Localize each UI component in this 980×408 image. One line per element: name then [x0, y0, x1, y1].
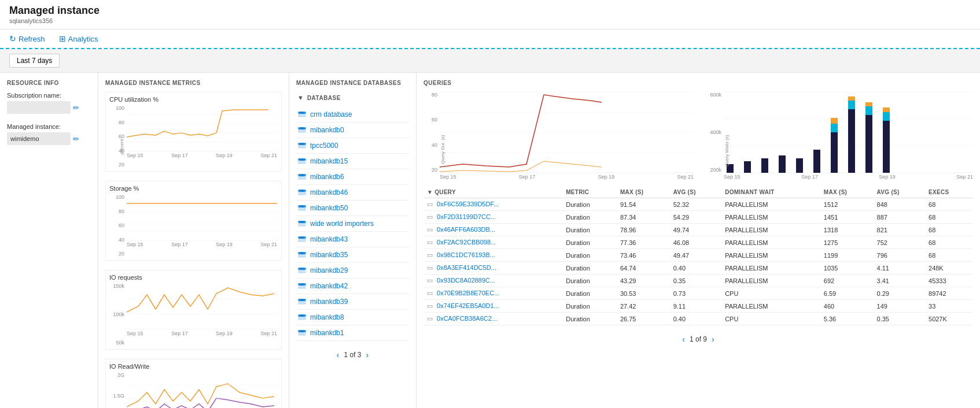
query-hash[interactable]: 0x74EF42EB5A0D1...	[437, 302, 499, 309]
db-list-item[interactable]: mibankdb15	[296, 154, 409, 169]
query-hash[interactable]: 0xF2AC92CBB098...	[437, 239, 496, 246]
table-row[interactable]: ▭ 0x70E9B2B8E70EC... Duration 30.53 0.73…	[423, 287, 973, 300]
execs-cell: 89742	[925, 287, 973, 300]
db-list-item[interactable]: mibankdb39	[296, 294, 409, 310]
metric-cell: Duration	[562, 287, 617, 300]
metric-cell: Duration	[562, 262, 617, 275]
svg-rect-118	[883, 107, 890, 112]
db-list-item[interactable]: wide world importers	[296, 216, 409, 232]
dominant-wait-cell: PARALLELISM	[721, 198, 820, 211]
svg-rect-107	[831, 132, 838, 173]
db-list-item[interactable]: mibankdb46	[296, 185, 409, 201]
db-list-item[interactable]: mibankdb1	[296, 325, 409, 341]
query-hash[interactable]: 0xF6C59E339D5DF...	[437, 201, 499, 207]
max-cell: 27.42	[617, 300, 670, 313]
query-hash[interactable]: 0xF2D31199D7CC...	[437, 213, 496, 220]
toolbar: ↻ Refresh ⊞ Analytics	[0, 29, 980, 49]
dominant-wait-cell: PARALLELISM	[721, 300, 820, 313]
svg-point-84	[299, 314, 305, 317]
queries-prev-page[interactable]: ‹	[682, 335, 685, 344]
svg-rect-112	[848, 97, 855, 101]
db-column-header: ▼ DATABASE	[296, 92, 409, 103]
db-icon	[297, 219, 307, 228]
svg-rect-116	[883, 121, 890, 173]
db-list-item[interactable]: mibankdb43	[296, 232, 409, 247]
metric-cell: Duration	[562, 224, 617, 236]
dw-max-cell: 1451	[820, 211, 874, 224]
db-list-item[interactable]: tpcc5000	[296, 138, 409, 154]
table-row[interactable]: ▭ 0x8A3EF414DC5D... Duration 64.74 0.40 …	[423, 262, 973, 275]
dw-max-cell: 1275	[820, 236, 874, 249]
io-requests-svg	[127, 283, 277, 329]
db-name: mibankdb42	[310, 282, 348, 290]
max-cell: 26.75	[617, 313, 670, 325]
db-list-item[interactable]: crm database	[296, 107, 409, 123]
refresh-button[interactable]: ↻ Refresh	[5, 32, 50, 46]
analytics-button[interactable]: ⊞ Analytics	[54, 32, 103, 46]
query-hash[interactable]: 0x46AFF6A603DB...	[437, 226, 495, 233]
qd-x-axis: Sep 15Sep 17Sep 19Sep 21	[423, 174, 694, 180]
io-rw-y-axis: 2G1.5G1G500M	[109, 372, 126, 408]
db-list-item[interactable]: mibankdb35	[296, 247, 409, 263]
db-list-item[interactable]: mibankdb0	[296, 123, 409, 138]
query-duration-chart-inner: 80604020 Query Dur. (s)	[423, 92, 694, 173]
db-next-page[interactable]: ›	[366, 350, 369, 359]
avg-cell: 49.74	[670, 224, 721, 236]
dw-avg-cell: 4.11	[874, 262, 925, 275]
table-row[interactable]: ▭ 0xF2D31199D7CC... Duration 87.34 54.29…	[423, 211, 973, 224]
query-hash[interactable]: 0xCA0FCB38A6C2...	[437, 315, 497, 322]
db-list-item[interactable]: mibankdb50	[296, 201, 409, 216]
query-hash[interactable]: 0x70E9B2B8E70EC...	[437, 290, 499, 296]
db-prev-page[interactable]: ‹	[337, 350, 340, 359]
table-row[interactable]: ▭ 0x46AFF6A603DB... Duration 78.96 49.74…	[423, 224, 973, 236]
time-range-button[interactable]: Last 7 days	[9, 54, 60, 68]
table-row[interactable]: ▭ 0x93DC8A02889C... Duration 43.29 0.35 …	[423, 275, 973, 287]
execs-cell: 68	[925, 198, 973, 211]
db-list-item[interactable]: mibankdb42	[296, 279, 409, 294]
svg-point-39	[299, 174, 305, 176]
svg-point-54	[299, 221, 305, 223]
col-dominant-wait: DOMINANT WAIT	[721, 187, 820, 198]
svg-point-89	[299, 330, 305, 332]
queries-next-page[interactable]: ›	[712, 335, 714, 344]
avg-cell: 49.47	[670, 249, 721, 262]
db-list-item[interactable]: mibankdb6	[296, 169, 409, 185]
cpu-chart-title: CPU utilization %	[109, 96, 278, 103]
qd-chart-area: Query Dur. (s)	[440, 92, 694, 173]
db-page-info: 1 of 3	[344, 351, 361, 359]
query-waits-chart: 600k400k200k Query Waits (s)	[703, 92, 973, 180]
storage-chart: Storage % 10080604020 Sep 15Sep 17Sep 19…	[105, 181, 282, 261]
svg-rect-117	[883, 112, 890, 121]
query-hash[interactable]: 0x8A3EF414DC5D...	[437, 264, 496, 271]
qw-svg	[724, 92, 973, 173]
dominant-wait-cell: PARALLELISM	[721, 224, 820, 236]
svg-rect-114	[865, 106, 872, 115]
subscription-edit-icon[interactable]: ✏	[73, 103, 79, 112]
query-hash[interactable]: 0x93DC8A02889C...	[437, 277, 495, 284]
resource-info-title: RESOURCE INFO	[7, 80, 91, 86]
svg-rect-103	[761, 158, 768, 173]
dw-avg-cell: 752	[874, 236, 925, 249]
table-row[interactable]: ▭ 0x98C1DC76193B... Duration 73.46 49.47…	[423, 249, 973, 262]
table-row[interactable]: ▭ 0xCA0FCB38A6C2... Duration 26.75 0.40 …	[423, 313, 973, 325]
query-icon: ▭	[427, 213, 433, 220]
dw-max-cell: 6.59	[820, 287, 874, 300]
db-list-item[interactable]: mibankdb29	[296, 263, 409, 279]
table-row[interactable]: ▭ 0xF6C59E339D5DF... Duration 91.54 52.3…	[423, 198, 973, 211]
dw-max-cell: 1318	[820, 224, 874, 236]
svg-rect-115	[865, 102, 872, 106]
svg-point-64	[299, 252, 305, 254]
dw-avg-cell: 887	[874, 211, 925, 224]
table-row[interactable]: ▭ 0xF2AC92CBB098... Duration 77.36 46.08…	[423, 236, 973, 249]
queries-panel: QUERIES 80604020 Query Dur. (s)	[417, 73, 980, 408]
svg-rect-110	[848, 109, 855, 173]
query-hash[interactable]: 0x98C1DC76193B...	[437, 251, 495, 258]
table-row[interactable]: ▭ 0x74EF42EB5A0D1... Duration 27.42 9.11…	[423, 300, 973, 313]
managed-instance-field: Managed instance: wimidemo ✏	[7, 123, 91, 145]
queries-table-body: ▭ 0xF6C59E339D5DF... Duration 91.54 52.3…	[423, 198, 973, 325]
queries-charts: 80604020 Query Dur. (s)	[423, 92, 973, 180]
avg-cell: 46.08	[670, 236, 721, 249]
qw-x-axis: Sep 15Sep 17Sep 19Sep 21	[703, 174, 973, 180]
managed-instance-edit-icon[interactable]: ✏	[73, 135, 79, 143]
db-list-item[interactable]: mibankdb8	[296, 310, 409, 325]
